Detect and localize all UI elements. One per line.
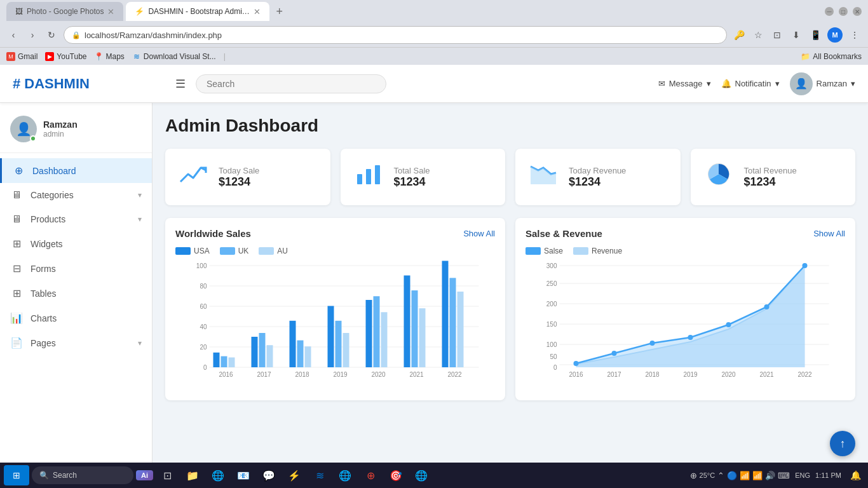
svg-text:0: 0 — [203, 364, 207, 371]
svg-point-63 — [688, 335, 693, 340]
taskbar-item-outlook[interactable]: 📧 — [232, 465, 255, 485]
svg-rect-17 — [214, 353, 220, 367]
tab-close-btn[interactable]: ✕ — [107, 7, 114, 17]
legend-au: AU — [259, 247, 288, 255]
chrome-menu-button[interactable]: ⋮ — [848, 28, 862, 42]
reload-button[interactable]: ↻ — [44, 28, 58, 42]
all-bookmarks-button[interactable]: 📁 All Bookmarks — [801, 52, 862, 61]
chevron-down-icon: ▾ — [138, 191, 142, 200]
notification-label: Notificatin — [735, 79, 771, 88]
sales-revenue-show-all-button[interactable]: Show All — [813, 229, 845, 238]
forms-icon: ⊟ — [10, 262, 23, 274]
svg-text:2020: 2020 — [371, 371, 386, 378]
taskbar-item-edge[interactable]: 🌐 — [207, 465, 229, 485]
chart-header: Salse & Revenue Show All — [526, 228, 845, 239]
taskbar-item-whatsapp[interactable]: 💬 — [257, 465, 280, 485]
user-profile-button[interactable]: 👤 Ramzan ▾ — [790, 72, 855, 95]
taskbar-item-app2[interactable]: ⊕ — [359, 465, 382, 485]
brand-hash: # — [13, 76, 20, 92]
svg-text:2017: 2017 — [257, 371, 271, 378]
restore-button[interactable]: □ — [839, 7, 848, 16]
area-chart-icon — [528, 161, 559, 193]
worldwide-sales-show-all-button[interactable]: Show All — [463, 229, 495, 238]
bookmark-maps[interactable]: 📍 Maps — [95, 52, 125, 61]
sidebar-item-charts[interactable]: 📊 Charts — [0, 306, 152, 330]
stat-label: Total Sale — [394, 166, 430, 175]
svg-rect-22 — [259, 333, 266, 367]
sidebar-item-tables[interactable]: ⊞ Tables — [0, 281, 152, 306]
bookmark-vscode[interactable]: ≋ Download Visual St... — [132, 52, 216, 61]
ai-button[interactable]: Ai — [136, 470, 153, 480]
profile-phone-button[interactable]: 📱 — [808, 28, 822, 42]
back-button[interactable]: ‹ — [6, 28, 20, 42]
svg-rect-41 — [442, 261, 449, 368]
taskbar-item-file-explorer[interactable]: 📁 — [181, 465, 204, 485]
all-bookmarks-label: All Bookmarks — [813, 52, 862, 61]
notification-button[interactable]: 🔔 Notificatin ▾ — [721, 79, 780, 88]
svg-point-61 — [612, 351, 617, 356]
user-dropdown-icon: ▾ — [851, 79, 855, 88]
download-button[interactable]: ⬇ — [789, 28, 803, 42]
sidebar-item-forms[interactable]: ⊟ Forms — [0, 256, 152, 281]
svg-text:2021: 2021 — [409, 371, 424, 378]
uk-label: UK — [238, 247, 249, 255]
sidebar-user-info: Ramzan admin — [43, 119, 78, 139]
chevron-up-icon[interactable]: ⌃ — [717, 471, 724, 480]
tab-google-photos[interactable]: 🖼 Photo - Google Photos ✕ — [6, 2, 123, 21]
svg-text:40: 40 — [200, 323, 207, 330]
bookmark-youtube[interactable]: ▶ YouTube — [45, 52, 86, 61]
search-input[interactable] — [196, 74, 386, 93]
bookmark-star-button[interactable]: ☆ — [751, 28, 765, 42]
tab-dashmin[interactable]: ⚡ DASHMIN - Bootstrap Admin T... ✕ — [126, 2, 269, 21]
tab-favicon: 🖼 — [15, 7, 23, 16]
extensions-button[interactable]: 🔑 — [732, 28, 746, 42]
bookmark-gmail[interactable]: M Gmail — [6, 52, 37, 61]
bar-chart-icon — [353, 161, 384, 193]
close-button[interactable]: ✕ — [853, 7, 862, 16]
taskbar-item-app4[interactable]: 🌐 — [410, 465, 433, 485]
sidebar-item-widgets[interactable]: ⊞ Widgets — [0, 231, 152, 256]
sidebar-item-categories[interactable]: 🖥 Categories ▾ — [0, 183, 152, 207]
notification-center-button[interactable]: 🔔 — [846, 466, 864, 484]
tab-search-button[interactable]: ⊡ — [770, 28, 784, 42]
bookmark-label: Download Visual St... — [144, 52, 216, 61]
nav-label: Forms — [31, 264, 142, 274]
envelope-icon: ✉ — [658, 79, 665, 88]
sales-revenue-chart: Salse & Revenue Show All Salse Revenue — [515, 218, 855, 400]
taskbar-item-app1[interactable]: ⚡ — [283, 465, 306, 485]
message-button[interactable]: ✉ Message ▾ — [658, 79, 711, 88]
svg-rect-30 — [336, 321, 342, 367]
chart-title: Salse & Revenue — [526, 228, 602, 239]
sidebar-item-pages[interactable]: 📄 Pages ▾ — [0, 330, 152, 355]
tab-close-btn[interactable]: ✕ — [254, 7, 261, 17]
minimize-button[interactable]: ─ — [825, 7, 834, 16]
sidebar-user: 👤 Ramzan admin — [0, 109, 152, 153]
whatsapp-icon: 💬 — [262, 470, 275, 482]
svg-text:0: 0 — [553, 364, 557, 371]
forward-button[interactable]: › — [25, 28, 39, 42]
scroll-to-top-button[interactable]: ↑ — [830, 431, 855, 456]
start-button[interactable]: ⊞ — [4, 465, 29, 485]
svg-rect-19 — [229, 358, 235, 368]
chrome-icon: 🌐 — [339, 470, 351, 482]
svg-rect-18 — [221, 356, 227, 367]
taskbar-search-bar[interactable]: 🔍 Search — [32, 466, 133, 484]
address-bar[interactable]: 🔒 localhost/Ramzan/dashmin/index.php — [64, 26, 727, 44]
sidebar-item-products[interactable]: 🖥 Products ▾ — [0, 207, 152, 231]
taskbar-item-taskview[interactable]: ⊡ — [156, 465, 179, 485]
taskbar-item-chrome[interactable]: 🌐 — [334, 465, 356, 485]
taskbar-item-vscode[interactable]: ≋ — [308, 465, 331, 485]
worldwide-sales-chart: Worldwide Sales Show All USA UK — [165, 218, 505, 400]
svg-rect-1 — [366, 169, 371, 184]
windows-icon: ⊞ — [13, 470, 20, 480]
chrome-profile-button[interactable]: M — [827, 27, 843, 43]
sidebar-item-dashboard[interactable]: ⊕ Dashboard — [0, 158, 152, 183]
new-tab-button[interactable]: + — [272, 5, 287, 18]
tray-icon: ⊕ — [690, 471, 697, 480]
sidebar-toggle-button[interactable]: ☰ — [175, 77, 186, 91]
taskbar-item-app3[interactable]: 🎯 — [384, 465, 407, 485]
stat-info: Today Revenue $1234 — [569, 166, 626, 189]
legend-revenue: Revenue — [573, 247, 622, 255]
uk-legend-dot — [220, 247, 235, 255]
legend-uk: UK — [220, 247, 249, 255]
